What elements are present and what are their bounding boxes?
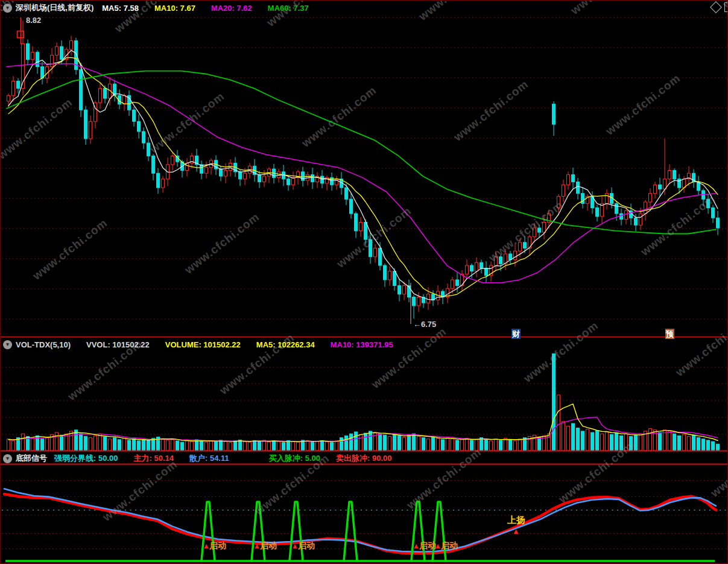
svg-text:←6.75: ←6.75 (413, 320, 436, 329)
volume-legend: VOL-TDX(5,10)VVOL: 101502.22VOLUME: 1015… (16, 340, 409, 349)
svg-text:▲: ▲ (512, 527, 520, 536)
legend-item: VOL-TDX(5,10) (16, 340, 71, 349)
svg-text:启动: 启动 (209, 540, 226, 550)
legend-item: MA60: 7.37 (268, 4, 309, 13)
legend-item: MA20: 7.62 (211, 4, 252, 13)
chart-canvas: ▲启动▲启动▲启动▲启动▲启动上扬▲8.82←6.75 (1, 1, 728, 564)
svg-text:上扬: 上扬 (507, 515, 525, 525)
legend-item: VVOL: 101502.22 (86, 340, 150, 349)
svg-text:启动: 启动 (259, 540, 277, 550)
legend-item: 主力: 50.14 (133, 453, 173, 464)
indicator-legend: 强弱分界线: 50.00主力: 50.14散户: 54.11买入脉冲: 5.00… (54, 453, 407, 464)
main-chart-header: ▾ 深圳机场(日线,前复权) MA5: 7.58MA10: 7.67MA20: … (1, 2, 727, 13)
chevron-down-icon[interactable]: ▾ (3, 340, 12, 349)
ma-legend: MA5: 7.58MA10: 7.67MA20: 7.62MA60: 7.37 (102, 4, 324, 13)
indicator-title: 底部信号 (16, 453, 47, 464)
svg-text:启动: 启动 (297, 540, 315, 550)
svg-text:启动: 启动 (440, 540, 458, 550)
legend-item: MA5: 7.58 (102, 4, 139, 13)
legend-item: MA10: 7.67 (154, 4, 195, 13)
legend-item: 散户: 54.11 (189, 453, 229, 464)
stock-title: 深圳机场(日线,前复权) (16, 2, 93, 13)
indicator-panel-header: ▾ 底部信号 强弱分界线: 50.00主力: 50.14散户: 54.11买入脉… (1, 453, 727, 464)
event-marker[interactable]: 财 (511, 329, 521, 339)
chevron-down-icon[interactable]: ▾ (3, 454, 12, 463)
legend-item: 买入脉冲: 5.00 (269, 453, 320, 464)
legend-item: MA10: 139371.95 (331, 340, 393, 349)
svg-text:8.82: 8.82 (26, 16, 41, 25)
stock-chart-window: { "main_chart": { "title": "深圳机场(日线,前复权)… (0, 0, 728, 564)
legend-item: MA5: 102262.34 (256, 340, 315, 349)
volume-panel-header: ▾ VOL-TDX(5,10)VVOL: 101502.22VOLUME: 10… (1, 339, 727, 350)
chevron-down-icon[interactable]: ▾ (3, 4, 12, 13)
legend-item: 强弱分界线: 50.00 (54, 453, 118, 464)
window-icon[interactable] (724, 2, 728, 12)
event-marker[interactable]: 预 (665, 329, 674, 339)
legend-item: VOLUME: 101502.22 (165, 340, 241, 349)
svg-text:启动: 启动 (419, 540, 436, 550)
legend-item: 卖出脉冲: 90.00 (336, 453, 391, 464)
